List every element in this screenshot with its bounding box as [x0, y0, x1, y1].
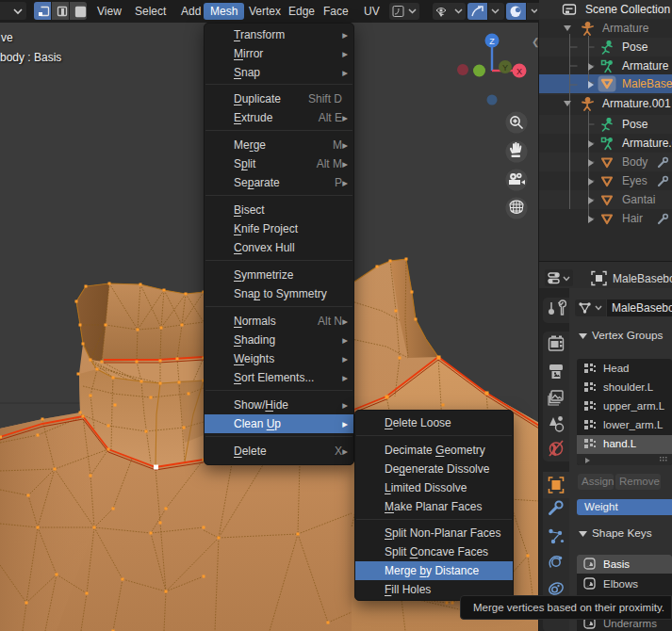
svg-text:Y: Y: [502, 63, 508, 73]
svg-text:Z: Z: [489, 37, 495, 46]
svg-text:X: X: [516, 67, 522, 76]
